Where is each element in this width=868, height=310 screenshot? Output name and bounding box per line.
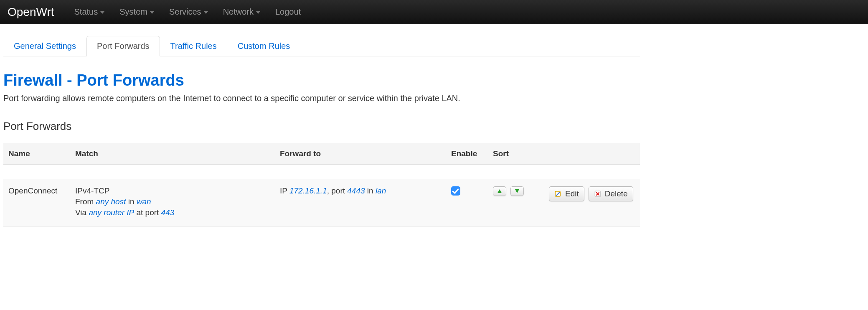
nav-status[interactable]: Status bbox=[67, 0, 112, 24]
edit-label: Edit bbox=[565, 189, 579, 198]
nav-label: Network bbox=[223, 7, 254, 17]
move-up-button[interactable] bbox=[493, 186, 506, 196]
match-from-zone: wan bbox=[137, 197, 151, 206]
caret-down-icon bbox=[204, 11, 208, 14]
match-via-ip: any router IP bbox=[89, 208, 134, 217]
match-from: From any host in wan bbox=[75, 197, 270, 206]
nav-label: System bbox=[119, 7, 147, 17]
brand-logo[interactable]: OpenWrt bbox=[8, 5, 67, 19]
match-from-host: any host bbox=[96, 197, 126, 206]
top-navbar: OpenWrt Status System Services Network L… bbox=[0, 0, 868, 24]
col-enable: Enable bbox=[446, 143, 488, 165]
tab-general-settings[interactable]: General Settings bbox=[3, 36, 86, 56]
nav-system[interactable]: System bbox=[112, 0, 162, 24]
tab-traffic-rules[interactable]: Traffic Rules bbox=[160, 36, 227, 56]
cell-enable bbox=[446, 179, 488, 227]
match-proto: IPv4-TCP bbox=[75, 186, 270, 196]
section-title: Port Forwards bbox=[3, 120, 640, 133]
delete-button[interactable]: Delete bbox=[589, 186, 633, 201]
forward-ip: 172.16.1.1 bbox=[289, 186, 327, 195]
table-row: OpenConnect IPv4-TCP From any host in wa… bbox=[3, 179, 640, 227]
nav-network[interactable]: Network bbox=[216, 0, 268, 24]
caret-down-icon bbox=[256, 11, 260, 14]
nav-services[interactable]: Services bbox=[162, 0, 216, 24]
col-name: Name bbox=[3, 143, 70, 165]
caret-down-icon bbox=[150, 11, 154, 14]
col-match: Match bbox=[70, 143, 275, 165]
edit-button[interactable]: Edit bbox=[549, 186, 584, 201]
table-header-row: Name Match Forward to Enable Sort bbox=[3, 143, 640, 165]
tabs: General Settings Port Forwards Traffic R… bbox=[3, 36, 640, 56]
nav-logout[interactable]: Logout bbox=[268, 0, 308, 24]
cell-name: OpenConnect bbox=[3, 179, 70, 227]
cell-actions: Edit Delete bbox=[488, 179, 640, 227]
caret-down-icon bbox=[100, 11, 104, 14]
cell-forward-to: IP 172.16.1.1, port 4443 in lan bbox=[275, 179, 446, 227]
move-down-button[interactable] bbox=[510, 186, 524, 196]
match-via-port: 443 bbox=[161, 208, 175, 217]
col-sort: Sort bbox=[488, 143, 640, 165]
enable-checkbox[interactable] bbox=[451, 186, 460, 196]
page-description: Port forwarding allows remote computers … bbox=[3, 94, 640, 103]
nav-items: Status System Services Network Logout bbox=[67, 0, 309, 24]
col-forward-to: Forward to bbox=[275, 143, 446, 165]
nav-label: Status bbox=[74, 7, 98, 17]
forward-zone: lan bbox=[376, 186, 386, 195]
port-forwards-table: Name Match Forward to Enable Sort OpenCo… bbox=[3, 143, 640, 227]
forward-port: 4443 bbox=[347, 186, 365, 195]
nav-label: Logout bbox=[275, 7, 301, 17]
arrow-up-icon bbox=[497, 189, 502, 193]
delete-label: Delete bbox=[605, 189, 628, 198]
tab-port-forwards[interactable]: Port Forwards bbox=[86, 36, 160, 56]
tab-custom-rules[interactable]: Custom Rules bbox=[227, 36, 301, 56]
cell-match: IPv4-TCP From any host in wan Via any ro… bbox=[70, 179, 275, 227]
arrow-down-icon bbox=[515, 189, 519, 193]
page-title: Firewall - Port Forwards bbox=[3, 71, 640, 89]
edit-icon bbox=[554, 190, 562, 198]
nav-label: Services bbox=[169, 7, 201, 17]
match-via: Via any router IP at port 443 bbox=[75, 208, 270, 217]
delete-icon bbox=[594, 190, 602, 198]
